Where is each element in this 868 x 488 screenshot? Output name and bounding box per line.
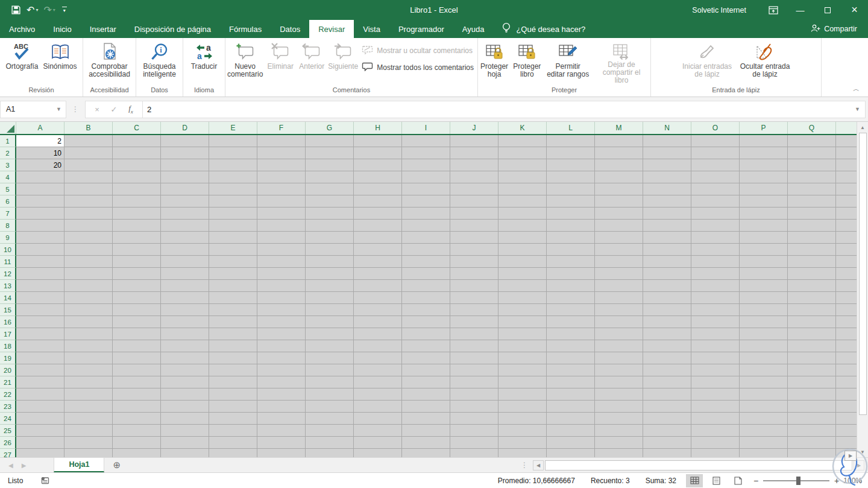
- grid-cell[interactable]: [354, 135, 402, 147]
- grid-cell[interactable]: [402, 232, 450, 244]
- column-header-l[interactable]: L: [547, 122, 595, 134]
- row-header-20[interactable]: 20: [0, 364, 16, 376]
- grid-cell[interactable]: [595, 268, 643, 280]
- tab-datos[interactable]: Datos: [271, 20, 309, 38]
- scroll-up-icon[interactable]: ▲: [857, 122, 868, 133]
- grid-cell[interactable]: [740, 449, 788, 457]
- cancel-entry-icon[interactable]: ×: [89, 105, 105, 114]
- grid-cell[interactable]: [740, 437, 788, 449]
- expand-formula-bar-icon[interactable]: ▼: [855, 106, 865, 112]
- grid-cell[interactable]: [113, 449, 161, 457]
- grid-cell[interactable]: [740, 401, 788, 413]
- column-header-b[interactable]: B: [64, 122, 113, 134]
- grid-cell[interactable]: [547, 364, 595, 376]
- grid-cell[interactable]: [257, 256, 306, 268]
- grid-cell[interactable]: [306, 208, 354, 220]
- grid-cell[interactable]: [209, 280, 257, 292]
- grid-cell[interactable]: [354, 352, 402, 364]
- grid-cell[interactable]: [257, 183, 306, 195]
- grid-cell[interactable]: [354, 413, 402, 425]
- grid-cell[interactable]: [498, 437, 547, 449]
- grid-cell[interactable]: [209, 292, 257, 304]
- grid-cell[interactable]: [113, 171, 161, 183]
- grid-cell[interactable]: [740, 232, 788, 244]
- grid-cell[interactable]: [547, 340, 595, 352]
- grid-cell[interactable]: [836, 195, 857, 208]
- grid-cell[interactable]: [306, 135, 354, 147]
- stat-promedio[interactable]: Promedio: 10,66666667: [498, 477, 575, 485]
- grid-cell[interactable]: [740, 364, 788, 376]
- grid-cell[interactable]: [788, 220, 836, 232]
- row-header-1[interactable]: 1: [0, 135, 16, 147]
- grid-cell[interactable]: [595, 304, 643, 316]
- grid-cell[interactable]: [64, 147, 113, 159]
- grid-cell[interactable]: [691, 268, 740, 280]
- grid-cell[interactable]: [64, 352, 113, 364]
- grid-cell[interactable]: [740, 413, 788, 425]
- grid-cell[interactable]: [306, 159, 354, 171]
- grid-cell[interactable]: [450, 183, 498, 195]
- grid-cell[interactable]: [498, 135, 547, 147]
- horizontal-scroll-thumb[interactable]: [545, 460, 852, 471]
- grid-cell[interactable]: [498, 413, 547, 425]
- grid-cell[interactable]: [836, 280, 857, 292]
- grid-cell[interactable]: [354, 147, 402, 159]
- grid-cell[interactable]: [450, 268, 498, 280]
- grid-cell[interactable]: [547, 304, 595, 316]
- grid-cell[interactable]: [450, 449, 498, 457]
- row-header-26[interactable]: 26: [0, 437, 16, 449]
- grid-cell[interactable]: [740, 183, 788, 195]
- grid-cell[interactable]: [836, 292, 857, 304]
- column-header-c[interactable]: C: [113, 122, 161, 134]
- grid-cell[interactable]: [643, 425, 691, 437]
- row-header-21[interactable]: 21: [0, 376, 16, 388]
- row-header-16[interactable]: 16: [0, 316, 16, 328]
- grid-cell[interactable]: [691, 183, 740, 195]
- grid-cell[interactable]: [16, 183, 64, 195]
- grid-cell[interactable]: [16, 268, 64, 280]
- row-header-9[interactable]: 9: [0, 232, 16, 244]
- grid-cell[interactable]: [450, 280, 498, 292]
- grid-cell[interactable]: [643, 401, 691, 413]
- column-header-f[interactable]: F: [257, 122, 306, 134]
- grid-cell[interactable]: [209, 244, 257, 256]
- grid-cell[interactable]: [643, 159, 691, 171]
- grid-cell[interactable]: [836, 208, 857, 220]
- grid-cell[interactable]: [643, 220, 691, 232]
- grid-cell[interactable]: [691, 208, 740, 220]
- ribbon-display-options-icon[interactable]: [760, 0, 787, 20]
- grid-cell[interactable]: [113, 304, 161, 316]
- grid-cell[interactable]: [740, 388, 788, 401]
- grid-cell[interactable]: [306, 413, 354, 425]
- grid-cell[interactable]: [691, 159, 740, 171]
- grid-cell[interactable]: [354, 292, 402, 304]
- grid-cell[interactable]: [64, 425, 113, 437]
- grid-cell[interactable]: [740, 159, 788, 171]
- grid-cell[interactable]: [788, 159, 836, 171]
- grid-cell[interactable]: [257, 292, 306, 304]
- grid-cell[interactable]: [209, 220, 257, 232]
- signed-in-user[interactable]: Solvetic Internet: [692, 6, 746, 14]
- row-header-19[interactable]: 19: [0, 352, 16, 364]
- grid-cell[interactable]: [788, 256, 836, 268]
- row-header-6[interactable]: 6: [0, 195, 16, 208]
- grid-cell[interactable]: [64, 316, 113, 328]
- grid-cell[interactable]: [209, 147, 257, 159]
- grid-cell[interactable]: [161, 159, 209, 171]
- grid-cell[interactable]: [691, 171, 740, 183]
- grid-cell[interactable]: [643, 316, 691, 328]
- grid-cell[interactable]: [257, 352, 306, 364]
- grid-cell[interactable]: [161, 220, 209, 232]
- grid-cell[interactable]: [113, 256, 161, 268]
- grid-cell[interactable]: [740, 425, 788, 437]
- grid-cell[interactable]: [16, 376, 64, 388]
- grid-cell[interactable]: [498, 352, 547, 364]
- grid-cell[interactable]: [257, 316, 306, 328]
- grid-cell[interactable]: [691, 388, 740, 401]
- grid-cell[interactable]: [257, 195, 306, 208]
- grid-cell[interactable]: [113, 147, 161, 159]
- scroll-down-icon[interactable]: ▼: [857, 446, 868, 457]
- grid-cell[interactable]: [498, 449, 547, 457]
- grid-cell[interactable]: [354, 159, 402, 171]
- grid-cell[interactable]: [209, 449, 257, 457]
